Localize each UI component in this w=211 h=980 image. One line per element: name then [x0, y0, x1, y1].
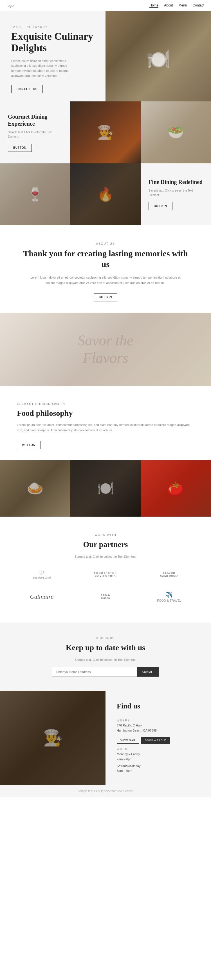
partner-food-travel: ✈️ FOOD & TRAVEL — [139, 588, 200, 606]
hero-eyebrow: TASTE THE LUXURY — [11, 25, 94, 29]
nav-contact[interactable]: Contact — [193, 3, 204, 8]
partners-subtitle: Sample text. Click to select the Text El… — [11, 555, 200, 558]
subscribe-title: Keep up to date with us — [22, 643, 189, 652]
flavors-line2: Flavors — [83, 350, 128, 366]
food-photo-1: 🍛 — [0, 460, 70, 517]
hero-food-photo: 🍽️ — [106, 11, 211, 107]
find-us-info: Find us WHERE 676 Pacific C Hwy Huntingt… — [106, 691, 211, 785]
gallery-title-1: Gourmet Dining Experience — [8, 113, 62, 127]
gallery-button-2[interactable]: BUTTON — [149, 202, 173, 210]
hero-section: TASTE THE LUXURY Exquisite Culinary Deli… — [0, 11, 211, 102]
nav-links: Home About Menu Contact — [149, 3, 204, 8]
heart-icon: ♡ — [39, 570, 44, 576]
weekend-hours-label: Saturday/Sunday — [117, 764, 200, 769]
food-photo-2: 🍽️ — [70, 460, 141, 517]
nav-home[interactable]: Home — [149, 3, 159, 8]
partner-flavor-name: FLAVOR — [163, 571, 175, 574]
food-photos-row: 🍛 🍽️ 🍅 — [0, 460, 211, 517]
where-label: WHERE — [117, 719, 200, 722]
partner-foodtaster: FOODTASTER CALIFORNIA — [75, 569, 136, 580]
find-us-image: 👨‍🍳 — [0, 691, 106, 785]
partner-eater: EATER Malibu — [75, 591, 136, 603]
kitchen-emoji: 🔥 — [97, 186, 114, 202]
email-input[interactable] — [52, 667, 137, 677]
subscribe-subtitle: Sample text. Click to select the Text El… — [22, 658, 189, 662]
fire-emoji: 👨‍🍳 — [97, 124, 114, 140]
about-section: ABOUT US Thank you for creating lasting … — [0, 225, 211, 313]
partners-eyebrow: WORK WITH — [11, 533, 200, 537]
partner-culinaire: Culinaire — [11, 590, 72, 603]
partner-chef-name: The Best Chef — [33, 576, 51, 579]
about-title: Thank you for creating lasting memories … — [22, 248, 189, 269]
gallery-grid: Gourmet Dining Experience Sample text. C… — [0, 102, 211, 225]
philosophy-button[interactable]: BUTTON — [17, 441, 41, 449]
gallery-food2-image: 🥗 — [141, 102, 211, 163]
find-us-buttons: VIEW MAP BOOK A TABLE — [117, 737, 200, 744]
gallery-food3-image: 🍷 — [0, 163, 70, 225]
partners-title: Our partners — [11, 539, 200, 549]
when-label: WHEN — [117, 748, 200, 751]
food-travel-icon: ✈️ — [166, 591, 173, 598]
gallery-fire-image: 👨‍🍳 — [70, 102, 141, 163]
address-line1: 676 Pacific C Hwy — [117, 723, 200, 728]
partner-food-travel-name: FOOD & TRAVEL — [157, 598, 181, 603]
hero-cta-button[interactable]: CONTACT US — [11, 85, 43, 93]
hero-text: TASTE THE LUXURY Exquisite Culinary Deli… — [0, 11, 106, 107]
gallery-body-1: Sample text. Click to select the Text El… — [8, 130, 62, 139]
hero-body: Lorem ipsum dolor sit amet, consectetur … — [11, 59, 73, 78]
partner-chef: ♡ The Best Chef — [11, 567, 72, 582]
partners-section: WORK WITH Our partners Sample text. Clic… — [0, 517, 211, 622]
find-us-section: 👨‍🍳 Find us WHERE 676 Pacific C Hwy Hunt… — [0, 691, 211, 785]
philosophy-eyebrow: ELEGANT CUISINE AWAITS — [17, 403, 194, 406]
book-table-button[interactable]: BOOK A TABLE — [141, 737, 170, 744]
gallery-kitchen-image: 🔥 — [70, 163, 141, 225]
address-line2: Huntington Beach, CA 07898 — [117, 728, 200, 733]
nav-about[interactable]: About — [164, 3, 173, 8]
navigation: logo Home About Menu Contact — [0, 0, 211, 11]
logo: logo — [7, 3, 14, 8]
subscribe-eyebrow: SUBSCRIBE — [22, 636, 189, 640]
submit-button[interactable]: SUBMIT — [137, 667, 159, 677]
flavors-line1: Savor the — [78, 332, 133, 348]
subscribe-section: SUBSCRIBE Keep up to date with us Sample… — [0, 622, 211, 691]
gallery-button-1[interactable]: BUTTON — [8, 144, 32, 152]
partner-culinaire-name: Culinaire — [30, 593, 54, 600]
nav-menu[interactable]: Menu — [179, 3, 187, 8]
philosophy-title: Food philosophy — [17, 409, 194, 418]
view-map-button[interactable]: VIEW MAP — [117, 737, 139, 744]
partner-eater-sub: Malibu — [101, 597, 110, 600]
philosophy-section: ELEGANT CUISINE AWAITS Food philosophy L… — [0, 386, 211, 460]
flavors-banner: Savor the Flavors — [0, 313, 211, 386]
gallery-title-2: Fine Dining Redefined — [149, 178, 203, 186]
partner-foodtaster-sub: CALIFORNIA — [95, 574, 116, 577]
partner-flavor-sub: CALIFORNIA — [160, 574, 179, 577]
food2-emoji: 🥗 — [167, 124, 184, 140]
about-button[interactable]: BUTTON — [94, 293, 117, 301]
gallery-text-cell-2: Fine Dining Redefined Sample text. Click… — [141, 163, 211, 225]
flavors-text: Savor the Flavors — [78, 332, 133, 367]
partner-foodtaster-name: FOODTASTER — [94, 571, 117, 574]
partners-grid: ♡ The Best Chef FOODTASTER CALIFORNIA FL… — [11, 567, 200, 606]
hero-image: 🍽️ — [106, 11, 211, 107]
hero-title: Exquisite Culinary Delights — [11, 31, 94, 54]
subscribe-form: SUBMIT — [52, 667, 159, 677]
chef-cooking-icon: 👨‍🍳 — [43, 729, 63, 747]
gallery-text-cell-1: Gourmet Dining Experience Sample text. C… — [0, 102, 70, 163]
weekday-hours-label: Monday – Friday — [117, 752, 200, 757]
partner-eater-name: EATER — [101, 593, 110, 597]
weekday-hours-time: 7am – 6pm — [117, 757, 200, 762]
footer: Sample text. Click to select the Text El… — [0, 785, 211, 797]
partner-flavor: FLAVOR CALIFORNIA — [139, 569, 200, 580]
food3-emoji: 🍷 — [27, 186, 44, 202]
find-us-title: Find us — [117, 702, 200, 710]
food-photo-3: 🍅 — [141, 460, 211, 517]
weekend-hours-time: 8am – 6pm — [117, 768, 200, 773]
philosophy-body: Lorem ipsum dolor sit amet, consectetur … — [17, 422, 194, 433]
about-eyebrow: ABOUT US — [22, 242, 189, 245]
gallery-body-2: Sample text. Click to select the Text El… — [149, 188, 203, 197]
footer-text: Sample text. Click to select the Text El… — [11, 789, 200, 793]
about-body: Lorem ipsum dolor sit amet, consectetur … — [30, 275, 181, 285]
